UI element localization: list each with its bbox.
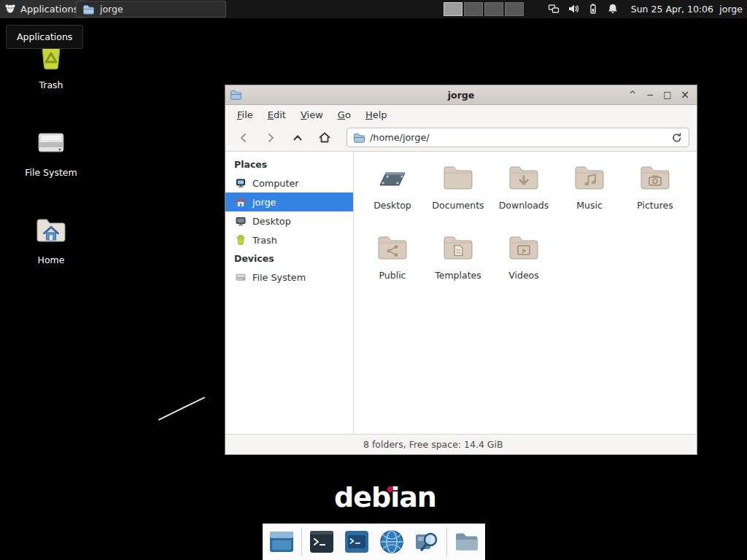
web-browser-button[interactable]	[376, 526, 407, 557]
sidebar-item-label: Desktop	[252, 216, 291, 227]
sidebar-item-computer[interactable]: Computer	[225, 174, 353, 192]
desktop-icon-home[interactable]: Home	[16, 213, 86, 265]
file-manager-button[interactable]	[452, 526, 482, 557]
sidebar-item-label: Computer	[252, 178, 299, 189]
desktop-icon-label: Home	[38, 254, 65, 265]
hard-drive-icon	[34, 125, 69, 160]
terminal-alt-button[interactable]	[341, 526, 372, 557]
menu-bar: File Edit View Go Help	[225, 105, 697, 124]
volume-icon[interactable]	[568, 3, 579, 15]
folder-videos-icon	[506, 230, 541, 265]
folder-download-icon	[506, 160, 541, 195]
sidebar-item-desktop[interactable]: Desktop	[225, 211, 353, 230]
reload-icon[interactable]	[671, 132, 683, 144]
folder-pictures-icon	[638, 160, 673, 195]
window-icon	[230, 89, 241, 101]
session-user-label[interactable]: jorge	[719, 0, 743, 18]
window-titlebar[interactable]: jorge ^ − □ ×	[225, 85, 697, 105]
desktop-icon-label: Trash	[39, 79, 63, 90]
folder-label: Desktop	[374, 200, 411, 211]
workspace-4[interactable]	[505, 2, 524, 16]
trash-icon	[235, 234, 247, 246]
folder-label: Public	[379, 270, 406, 281]
xfce-menu-icon	[4, 4, 16, 15]
location-bar[interactable]: /home/jorge/	[347, 128, 689, 147]
computer-icon	[235, 177, 247, 189]
dock-separator	[301, 528, 302, 556]
sidebar-item-file-system[interactable]: File System	[225, 268, 353, 287]
folder-music[interactable]: Music	[557, 160, 622, 230]
up-button[interactable]	[287, 128, 309, 148]
menu-view[interactable]: View	[293, 106, 330, 123]
show-desktop-button[interactable]	[266, 526, 297, 557]
sidebar-item-trash[interactable]: Trash	[225, 230, 353, 249]
workspace-2[interactable]	[464, 2, 483, 16]
devices-header: Devices	[225, 249, 353, 268]
battery-icon[interactable]	[587, 3, 599, 15]
taskbar-window-button[interactable]: jorge	[76, 1, 226, 18]
folder-label: Pictures	[637, 200, 673, 211]
shade-button[interactable]: ^	[625, 88, 640, 102]
titlebar-buttons: ^ − □ ×	[625, 88, 692, 102]
folder-public-icon	[375, 230, 410, 265]
side-pane: Places Computer	[225, 152, 354, 434]
taskbar-window-label: jorge	[100, 4, 123, 15]
folder-label: Videos	[508, 270, 539, 281]
folder-downloads[interactable]: Downloads	[491, 160, 557, 230]
menu-help[interactable]: Help	[358, 106, 395, 123]
folder-documents[interactable]: Documents	[425, 160, 491, 230]
minimize-button[interactable]: −	[643, 88, 657, 102]
desktop-icon-label: File System	[25, 167, 77, 178]
file-manager-icon	[82, 4, 94, 15]
forward-button[interactable]	[260, 128, 282, 148]
sidebar-item-jorge[interactable]: jorge	[225, 192, 353, 211]
location-path[interactable]: /home/jorge/	[370, 132, 666, 143]
desktop-icon-file-system[interactable]: File System	[16, 125, 86, 178]
status-text: 8 folders, Free space: 14.4 GiB	[363, 439, 503, 450]
back-button[interactable]	[233, 128, 255, 148]
window-body: Places Computer	[225, 152, 697, 434]
menu-file[interactable]: File	[230, 106, 260, 123]
folder-pictures[interactable]: Pictures	[622, 160, 688, 230]
desktop-icon	[235, 215, 247, 227]
system-tray	[548, 3, 619, 15]
workspace-3[interactable]	[484, 2, 503, 16]
toolbar: /home/jorge/	[225, 124, 697, 152]
terminal-button[interactable]	[306, 526, 337, 557]
workspace-switcher	[444, 2, 524, 16]
folder-desktop[interactable]: Desktop	[360, 160, 425, 230]
folder-label: Music	[576, 200, 603, 211]
clock[interactable]: Sun 25 Apr, 10:06	[631, 0, 713, 18]
dock-separator	[446, 528, 447, 556]
applications-menu-button[interactable]: Applications	[0, 0, 85, 18]
application-finder-button[interactable]	[411, 526, 442, 557]
home-icon	[235, 196, 247, 208]
debian-logo: debian	[334, 481, 436, 513]
home-folder-icon	[34, 213, 69, 248]
close-button[interactable]: ×	[678, 88, 692, 102]
stray-line-artifact	[158, 397, 206, 421]
workspace-1[interactable]	[444, 2, 462, 16]
menu-edit[interactable]: Edit	[260, 106, 293, 123]
network-icon[interactable]	[548, 3, 560, 15]
debian-logo-text: debian	[334, 481, 436, 513]
maximize-button[interactable]: □	[660, 88, 675, 102]
folder-icon	[353, 132, 365, 144]
folder-templates-icon	[441, 230, 476, 265]
sidebar-item-label: Trash	[252, 235, 277, 246]
folder-label: Downloads	[499, 200, 549, 211]
notification-bell-icon[interactable]	[607, 3, 619, 15]
folder-label: Templates	[435, 270, 481, 281]
dock-panel	[263, 524, 485, 560]
applications-menu-label: Applications	[20, 4, 78, 15]
menu-go[interactable]: Go	[330, 106, 358, 123]
sidebar-item-label: File System	[252, 272, 306, 283]
places-header: Places	[225, 155, 353, 174]
home-button[interactable]	[314, 128, 336, 148]
folder-videos[interactable]: Videos	[491, 230, 557, 300]
folder-icon	[441, 160, 476, 195]
debian-red-dot	[387, 486, 393, 492]
folder-templates[interactable]: Templates	[425, 230, 491, 300]
user-desktop-icon	[375, 160, 410, 195]
folder-public[interactable]: Public	[360, 230, 425, 300]
